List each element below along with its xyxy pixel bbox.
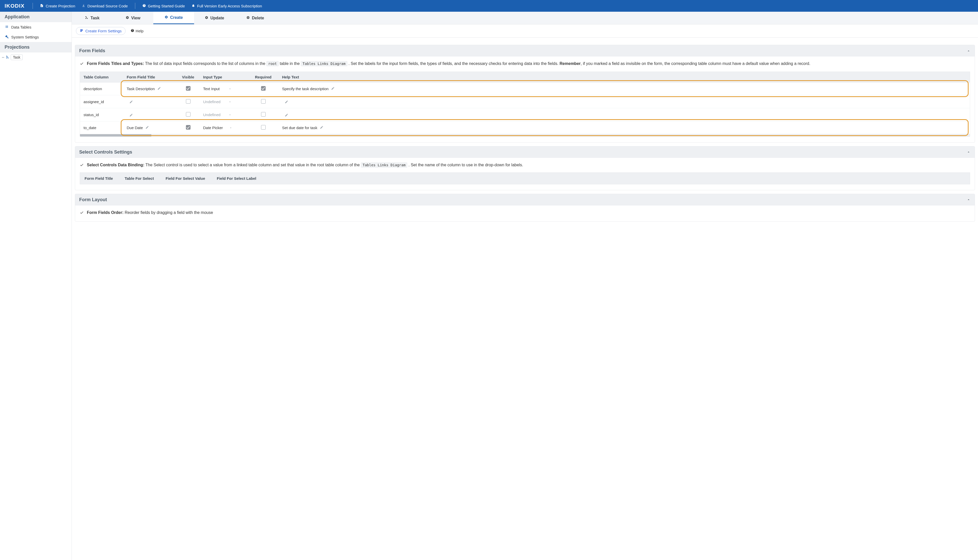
create-projection-link[interactable]: Create Projection xyxy=(39,2,76,10)
cell-help-text[interactable]: Set due date for task xyxy=(278,121,970,134)
horizontal-scroll-hint[interactable] xyxy=(80,134,970,137)
cell-input-type[interactable]: Date Picker xyxy=(200,121,248,134)
panel-header-form-fields[interactable]: Form Fields xyxy=(75,45,975,57)
drag-handle-icon[interactable] xyxy=(2,57,4,58)
tabs: Task View Create Update Delete xyxy=(72,12,978,25)
cell-table-column: status_id xyxy=(80,108,123,122)
cell-field-title[interactable]: Due Date xyxy=(123,121,177,134)
help-icon xyxy=(131,29,134,33)
cell-help-text[interactable] xyxy=(278,95,970,108)
cell-table-column: assignee_id xyxy=(80,95,123,108)
form-fields-description: Form Fields Titles and Types: The list o… xyxy=(87,61,810,67)
panel-title: Form Fields xyxy=(79,48,105,53)
cell-required[interactable] xyxy=(248,82,278,95)
th-field-for-select-label: Field For Select Label xyxy=(217,176,256,180)
pencil-icon[interactable] xyxy=(320,125,323,130)
th-input-type: Input Type xyxy=(200,72,248,82)
bell-icon xyxy=(192,4,195,8)
cell-visible[interactable] xyxy=(177,108,200,122)
tab-create[interactable]: Create xyxy=(153,12,194,24)
check-icon xyxy=(80,62,84,67)
checkbox[interactable] xyxy=(186,86,190,91)
table-row: status_idUndefined xyxy=(80,108,970,122)
download-source-link[interactable]: Download Source Code xyxy=(81,2,128,10)
cell-input-type[interactable]: Undefined xyxy=(200,108,248,122)
pencil-icon[interactable] xyxy=(331,87,335,91)
cell-table-column: description xyxy=(80,82,123,95)
tab-view[interactable]: View xyxy=(113,12,153,24)
create-form-settings-button[interactable]: Create Form Settings xyxy=(76,27,125,35)
projection-chip[interactable]: Task xyxy=(11,55,23,60)
select-controls-description: Select Controls Data Binding: The Select… xyxy=(87,162,523,168)
caret-down-icon xyxy=(229,113,231,117)
checkbox[interactable] xyxy=(261,99,266,103)
cell-visible[interactable] xyxy=(177,95,200,108)
value: Specify the task description xyxy=(282,87,329,91)
checkbox[interactable] xyxy=(261,125,266,130)
caret-down-icon xyxy=(229,87,231,91)
gear-icon xyxy=(125,16,129,20)
panel-title: Select Controls Settings xyxy=(79,150,132,155)
pencil-icon[interactable] xyxy=(129,113,133,118)
th-table-for-select: Table For Select xyxy=(125,176,154,180)
projection-item-task[interactable]: Task xyxy=(0,52,72,62)
pencil-icon[interactable] xyxy=(145,125,149,130)
caret-down-icon xyxy=(229,100,231,104)
value: Task Description xyxy=(127,87,155,91)
th-field-for-select-value: Field For Select Value xyxy=(165,176,205,180)
sidebar-item-system-settings[interactable]: System Settings xyxy=(0,32,72,42)
th-field-title: Form Field Title xyxy=(85,176,113,180)
checkbox[interactable] xyxy=(186,112,190,117)
pencil-icon[interactable] xyxy=(285,113,288,118)
help-icon xyxy=(142,4,146,8)
table-row: descriptionTask DescriptionText InputSpe… xyxy=(80,82,970,95)
cell-required[interactable] xyxy=(248,95,278,108)
cell-field-title[interactable] xyxy=(123,108,177,122)
checkbox[interactable] xyxy=(186,99,190,103)
pencil-icon[interactable] xyxy=(285,100,288,104)
cell-input-type[interactable]: Text Input xyxy=(200,82,248,95)
full-version-link[interactable]: Full Version Early Access Subscription xyxy=(190,2,263,10)
value: Date Picker xyxy=(203,125,223,130)
cell-help-text[interactable]: Specify the task description xyxy=(278,82,970,95)
th-required: Required xyxy=(248,72,278,82)
check-icon xyxy=(80,211,84,215)
cell-help-text[interactable] xyxy=(278,108,970,122)
panel-title: Form Layout xyxy=(79,197,107,202)
tab-task[interactable]: Task xyxy=(72,12,113,24)
checkbox[interactable] xyxy=(261,86,266,91)
cell-input-type[interactable]: Undefined xyxy=(200,95,248,108)
wrench-icon xyxy=(5,35,9,40)
tab-label: Delete xyxy=(252,16,264,20)
pencil-icon[interactable] xyxy=(157,87,161,91)
form-layout-description: Form Fields Order: Reorder fields by dra… xyxy=(87,210,213,216)
panel-select-controls: Select Controls Settings Select Controls… xyxy=(75,146,975,190)
panel-header-select-controls[interactable]: Select Controls Settings xyxy=(75,147,975,158)
help-link[interactable]: Help xyxy=(131,29,144,33)
gear-icon xyxy=(246,16,250,20)
panel-form-layout: Form Layout Form Fields Order: Reorder f… xyxy=(75,194,975,222)
panel-header-form-layout[interactable]: Form Layout xyxy=(75,194,975,205)
sidebar-item-data-tables[interactable]: Data Tables xyxy=(0,22,72,32)
cell-field-title[interactable] xyxy=(123,95,177,108)
cell-required[interactable] xyxy=(248,108,278,122)
cell-visible[interactable] xyxy=(177,82,200,95)
cell-required[interactable] xyxy=(248,121,278,134)
content: Task View Create Update Delete xyxy=(72,12,978,560)
cell-visible[interactable] xyxy=(177,121,200,134)
caret-down-icon xyxy=(230,125,232,130)
label: Help xyxy=(136,29,144,33)
checkbox[interactable] xyxy=(261,112,266,117)
tab-delete[interactable]: Delete xyxy=(235,12,276,24)
tab-update[interactable]: Update xyxy=(194,12,235,24)
cell-field-title[interactable]: Task Description xyxy=(123,82,177,95)
form-icon xyxy=(80,29,83,33)
value: Undefined xyxy=(203,113,220,117)
getting-started-link[interactable]: Getting Started Guide xyxy=(142,2,186,10)
brand-logo: IKODIX xyxy=(5,3,25,9)
form-fields-table: Table Column Form Field Title Visible In… xyxy=(80,72,970,134)
pencil-icon[interactable] xyxy=(129,100,133,104)
checkbox[interactable] xyxy=(186,125,190,130)
cell-table-column: to_date xyxy=(80,121,123,134)
list-icon xyxy=(5,25,9,30)
